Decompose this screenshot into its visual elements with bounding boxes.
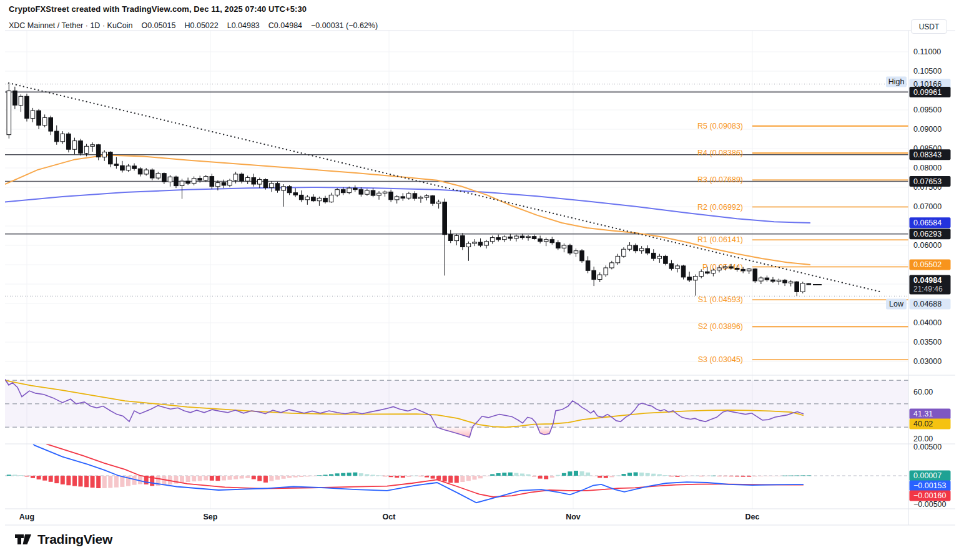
macd-histogram-bar <box>639 473 644 476</box>
macd-histogram-bar <box>514 473 518 476</box>
candle <box>49 117 53 131</box>
page: { "header": { "text": "CryptoFXStreet cr… <box>0 0 959 560</box>
macd-histogram-bar <box>478 476 483 478</box>
high-chip: High <box>886 77 907 87</box>
candle <box>783 280 787 283</box>
macd-histogram-bar <box>12 474 17 476</box>
ma-slow-line <box>5 187 810 223</box>
candle <box>687 277 692 280</box>
candle <box>711 270 716 273</box>
candle <box>669 263 674 268</box>
candle <box>789 282 793 283</box>
macd-histogram-bar <box>466 476 471 481</box>
pivot-label: R5 (0.09083) <box>697 122 743 130</box>
macd-histogram-bar <box>84 476 89 487</box>
candle <box>312 197 316 201</box>
candle <box>646 248 650 253</box>
candle <box>365 190 370 194</box>
currency-toggle-button[interactable]: USDT <box>911 19 947 34</box>
candle <box>91 145 95 147</box>
macd-histogram-bar <box>257 476 262 481</box>
macd-histogram-bar <box>293 476 298 478</box>
price-scale[interactable] <box>908 31 958 509</box>
macd-signal-line <box>37 433 804 497</box>
symbol-legend[interactable]: XDC Mainnet / Tether · 1D · KuCoin O0.05… <box>9 21 378 31</box>
candle <box>443 202 447 235</box>
candle <box>323 198 328 202</box>
macd-histogram-bar <box>222 476 226 481</box>
macd-histogram-bar <box>663 475 667 476</box>
candle <box>329 195 333 202</box>
candle <box>508 237 513 238</box>
candle <box>741 269 745 271</box>
candle <box>753 269 757 281</box>
brand-name: TradingView <box>37 532 112 547</box>
candle <box>198 179 202 180</box>
macd-histogram-bar <box>269 476 273 481</box>
candle <box>431 196 435 204</box>
macd-histogram-bar <box>418 476 423 476</box>
candle <box>96 145 101 157</box>
ohlc-pair: L0.04983 <box>227 21 260 30</box>
macd-histogram-bar <box>634 473 638 476</box>
candle <box>61 134 65 141</box>
macd-histogram-bar <box>413 476 417 476</box>
candle <box>496 238 501 240</box>
candle <box>138 169 142 174</box>
candle <box>634 245 638 251</box>
candle <box>526 237 531 238</box>
svg-text:High: High <box>888 77 905 86</box>
candle <box>245 178 250 182</box>
candle <box>765 278 769 280</box>
candle <box>759 278 764 281</box>
candle <box>299 195 303 199</box>
candle <box>228 180 232 185</box>
macd-histogram-bar <box>657 474 662 476</box>
candle <box>627 245 632 249</box>
macd-line <box>25 433 804 503</box>
candle <box>55 131 59 142</box>
candle <box>598 275 602 279</box>
candle <box>592 270 596 279</box>
candle <box>353 188 358 190</box>
candle <box>31 111 35 118</box>
macd-histogram-bar <box>681 476 686 477</box>
candle <box>317 198 322 200</box>
candle <box>544 240 548 242</box>
candle <box>448 235 453 241</box>
macd-histogram-bar <box>538 476 543 479</box>
rsi-pane[interactable] <box>5 379 908 437</box>
macd-histogram-bar <box>317 475 322 476</box>
macd-histogram-bar <box>807 475 811 476</box>
macd-histogram-bar <box>544 476 548 479</box>
chart-canvas[interactable]: R5 (0.09083)R4 (0.08386)R3 (0.07689)R2 (… <box>0 0 959 560</box>
macd-histogram-bar <box>646 473 650 476</box>
candle <box>699 272 704 276</box>
candle <box>252 178 256 185</box>
macd-histogram-bar <box>252 476 256 479</box>
macd-histogram-bar <box>406 476 411 477</box>
time-axis[interactable]: AugSepOctNovDec <box>0 509 908 525</box>
candle <box>657 256 662 258</box>
macd-histogram-bar <box>215 476 220 481</box>
macd-histogram-bar <box>669 476 674 476</box>
candle <box>132 166 137 169</box>
macd-pane[interactable] <box>5 433 908 503</box>
macd-histogram-bar <box>42 476 47 481</box>
macd-histogram-bar <box>460 476 465 482</box>
candle <box>210 177 214 187</box>
candle <box>664 256 668 263</box>
macd-histogram-bar <box>699 476 704 476</box>
macd-histogram-bar <box>717 476 721 476</box>
candle <box>538 239 543 242</box>
macd-histogram-bar <box>275 476 280 480</box>
candle <box>258 180 262 184</box>
macd-histogram-bar <box>79 476 83 486</box>
macd-histogram-bar <box>359 473 363 476</box>
candle <box>610 263 614 268</box>
price-pane[interactable]: R5 (0.09083)R4 (0.08386)R3 (0.07689)R2 (… <box>5 83 908 364</box>
tradingview-branding[interactable]: TradingView <box>14 531 112 548</box>
macd-histogram-bar <box>741 476 745 477</box>
macd-histogram-bar <box>108 476 112 488</box>
candle <box>407 194 411 198</box>
